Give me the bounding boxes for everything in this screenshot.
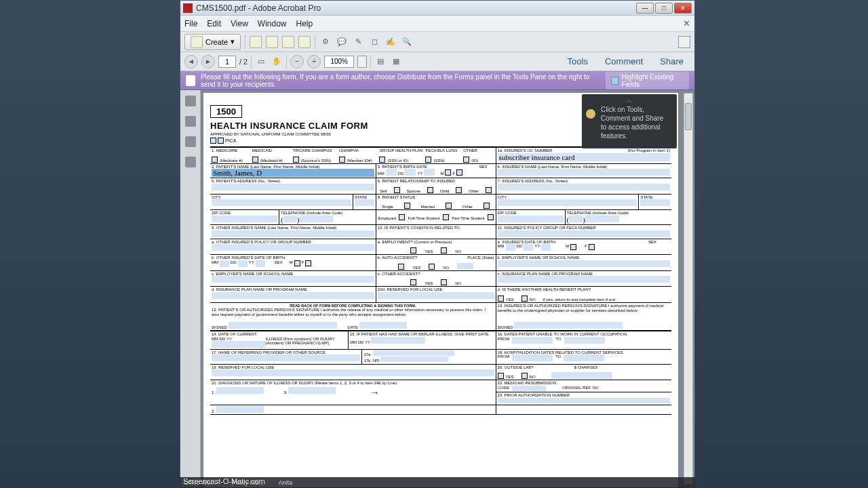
save-icon[interactable] (266, 36, 278, 48)
create-button[interactable]: Create ▾ (184, 34, 241, 50)
create-icon (191, 36, 203, 48)
sign-icon[interactable]: ✍ (384, 36, 397, 48)
thumbnails-icon[interactable] (185, 96, 196, 106)
menu-window[interactable]: Window (258, 19, 287, 28)
pica-checkbox[interactable] (210, 138, 216, 144)
close-button[interactable]: ✕ (674, 3, 692, 14)
form-infobar: Please fill out the following form. If y… (180, 71, 694, 90)
cms1500-form: ︿ Click on Tools, Comment and Share to a… (203, 93, 678, 487)
menu-file[interactable]: File (184, 19, 197, 28)
open-icon[interactable] (250, 36, 262, 48)
tricare-checkbox[interactable] (293, 157, 299, 163)
toolbar: Create ▾ ⚙ 💬 ✎ ◻ ✍ 🔍 (180, 32, 694, 52)
patient-signature-field[interactable] (229, 322, 337, 329)
print-icon[interactable] (282, 36, 294, 48)
fit-page-icon[interactable]: ▦ (390, 56, 402, 68)
navbar: ◄ ► 1 / 2 ▭ ✋ − + 100% ▤ ▦ Tools Comment… (180, 52, 694, 71)
insured-address-field[interactable] (498, 184, 670, 190)
other-plan-checkbox[interactable] (463, 157, 469, 163)
email-icon[interactable] (298, 36, 311, 48)
insured-id-field[interactable]: subscriber insurance card (498, 153, 670, 161)
menu-edit[interactable]: Edit (207, 19, 221, 28)
feature-callout[interactable]: ︿ Click on Tools, Comment and Share to a… (582, 94, 677, 148)
insured-name-field[interactable] (498, 169, 670, 176)
select-tool-icon[interactable]: ▭ (255, 56, 267, 68)
watermark: Screencast-O-Matic.com (183, 477, 265, 485)
gear-icon[interactable]: ⚙ (319, 36, 332, 48)
tools-pane[interactable]: Tools (561, 56, 595, 66)
hand-tool-icon[interactable]: ✋ (271, 56, 283, 68)
search-icon[interactable]: 🔍 (401, 36, 413, 48)
minimize-button[interactable]: — (636, 3, 654, 14)
form-icon (186, 75, 195, 86)
highlight-icon[interactable]: ✎ (352, 36, 364, 48)
zoom-in-icon[interactable]: + (307, 55, 321, 68)
navigation-panel (180, 90, 201, 487)
lightbulb-icon (586, 109, 595, 119)
fit-width-icon[interactable]: ▤ (374, 56, 387, 68)
zoom-input[interactable]: 100% (324, 56, 354, 68)
taskbar-item[interactable]: Anita (279, 479, 293, 486)
menu-help[interactable]: Help (296, 19, 313, 28)
bookmarks-icon[interactable] (185, 116, 196, 127)
page-count: / 2 (239, 58, 248, 66)
titlebar: CMS1500.pdf - Adobe Acrobat Pro — □ ✕ (180, 1, 694, 16)
maximize-button[interactable]: □ (655, 3, 673, 14)
checkbox-icon (611, 77, 618, 85)
app-window: CMS1500.pdf - Adobe Acrobat Pro — □ ✕ Fi… (180, 0, 695, 488)
vertical-scrollbar[interactable] (684, 93, 693, 485)
patient-name-field[interactable]: Smith, James, D (212, 169, 374, 177)
share-pane[interactable]: Share (653, 56, 690, 66)
prev-page-icon[interactable]: ◄ (184, 55, 198, 68)
comment-bubble-icon[interactable]: 💬 (336, 36, 348, 48)
page-number-input[interactable]: 1 (218, 56, 236, 68)
insured-signature-field[interactable] (514, 322, 623, 329)
menu-view[interactable]: View (231, 19, 248, 28)
sex-m-checkbox[interactable] (445, 169, 451, 176)
medicaid-checkbox[interactable] (252, 157, 258, 163)
info-message: Please fill out the following form. If y… (201, 73, 606, 88)
highlight-fields-button[interactable]: Highlight Existing Fields (606, 72, 689, 89)
attachments-icon[interactable] (185, 136, 196, 147)
sex-f-checkbox[interactable] (456, 169, 462, 176)
dropdown-icon: ▾ (231, 37, 235, 46)
zoom-out-icon[interactable]: − (290, 55, 304, 68)
medicare-checkbox[interactable] (212, 157, 218, 163)
form-code: 1500 (210, 105, 242, 118)
feca-checkbox[interactable] (425, 157, 431, 163)
zoom-dropdown-icon[interactable] (357, 56, 367, 68)
expand-icon[interactable] (678, 36, 690, 48)
patient-address-field[interactable] (212, 184, 374, 190)
menubar: File Edit View Window Help ✕ (180, 16, 694, 32)
stamp-icon[interactable]: ◻ (368, 36, 380, 48)
window-title: CMS1500.pdf - Adobe Acrobat Pro (196, 3, 636, 13)
document-area: ▲ ▼ PATIENT AND INSURED INFORMATION ︿ Cl… (201, 90, 694, 487)
group-checkbox[interactable] (379, 157, 385, 163)
doc-close-button[interactable]: ✕ (683, 18, 690, 28)
next-page-icon[interactable]: ► (201, 55, 215, 68)
signatures-icon[interactable] (185, 157, 196, 167)
champva-checkbox[interactable] (339, 157, 345, 163)
acrobat-icon (183, 3, 193, 13)
comment-pane[interactable]: Comment (598, 56, 650, 66)
chevron-up-icon: ︿ (626, 96, 633, 104)
